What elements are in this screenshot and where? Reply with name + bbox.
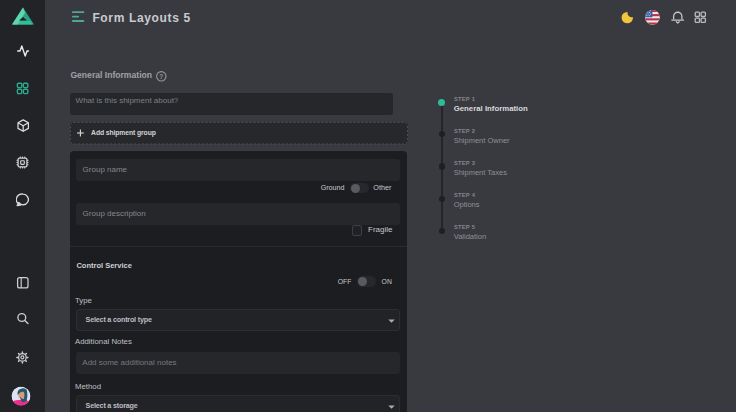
svg-text:?: ? [159,73,163,80]
